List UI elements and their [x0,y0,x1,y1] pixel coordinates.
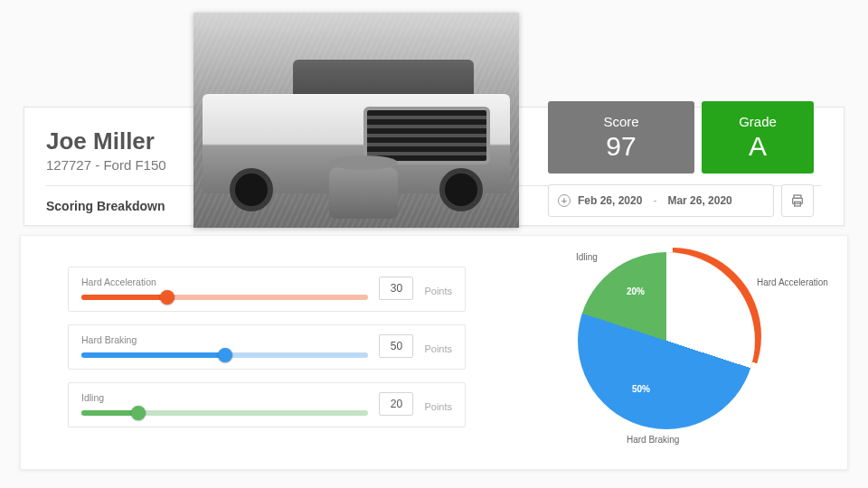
printer-icon [790,193,805,208]
pie-label-accel: Hard Acceleration [757,277,828,287]
metric-idling: Idling 20 Points [68,382,466,427]
metric-label: Hard Braking [81,334,368,345]
pie-label-brake: Hard Braking [627,435,679,445]
grade-label: Grade [702,114,814,129]
score-value: 97 [548,131,694,162]
slice-label-idle: 20% [627,286,645,296]
print-button[interactable] [781,184,814,217]
metric-value-input[interactable]: 20 [379,392,413,416]
slice-label-brake: 50% [632,384,650,394]
grade-value: A [702,131,814,162]
slider-idling[interactable] [81,410,368,416]
date-range-picker[interactable]: + Feb 26, 2020 - Mar 26, 2020 [548,184,774,217]
pie-label-idle: Idling [576,252,598,262]
metric-hard-acceleration: Hard Acceleration 30 Points [68,267,466,312]
metric-value-input[interactable]: 30 [379,277,413,300]
scoring-body-card: Hard Acceleration 30 Points Hard Braking… [20,235,848,470]
slice-label-accel: 30% [701,305,719,314]
vehicle-photo [193,13,519,228]
date-row: + Feb 26, 2020 - Mar 26, 2020 [548,184,814,217]
metric-hard-braking: Hard Braking 50 Points [68,324,466,370]
score-box: Score 97 [548,101,694,174]
sliders-panel: Hard Acceleration 30 Points Hard Braking… [21,236,491,469]
grade-box: Grade A [702,101,814,174]
date-end: Mar 26, 2020 [667,194,731,207]
metric-value-input[interactable]: 50 [379,334,413,358]
points-label: Points [424,286,452,296]
points-label: Points [424,401,452,412]
pie-panel: 30% 50% 20% Hard Acceleration Hard Braki… [491,236,847,469]
date-start: Feb 26, 2020 [578,194,642,207]
date-separator: - [649,194,660,207]
metric-label: Hard Acceleration [81,277,368,287]
metric-label: Idling [81,392,368,403]
plus-circle-icon: + [558,194,571,207]
points-label: Points [424,343,452,354]
slider-hard-acceleration[interactable] [81,295,368,300]
score-label: Score [548,114,694,129]
slider-hard-braking[interactable] [81,352,368,358]
